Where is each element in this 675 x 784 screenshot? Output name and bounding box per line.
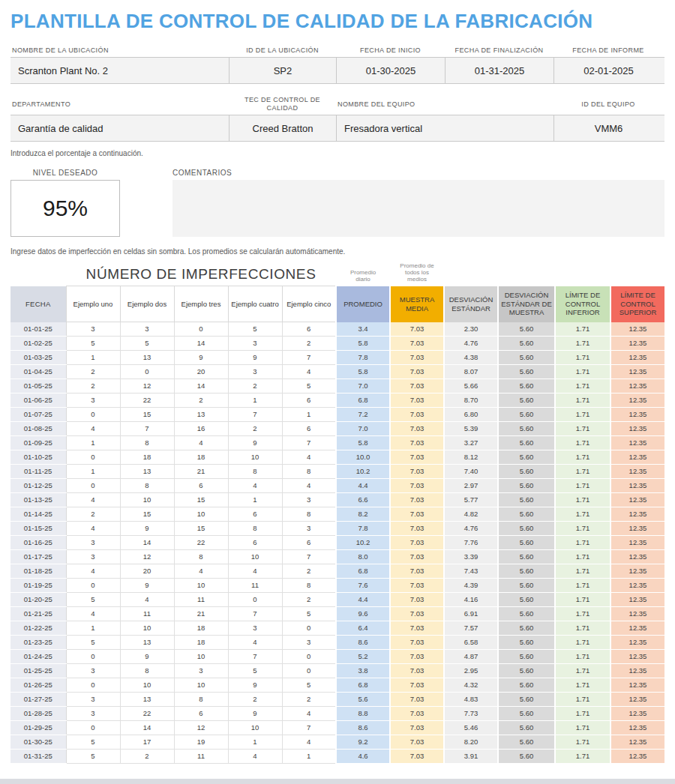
sample-one-cell[interactable]: 1 [66,351,120,365]
sample-three-cell[interactable]: 6 [174,707,228,721]
sample-four-cell[interactable]: 9 [228,707,282,721]
sample-two-cell[interactable]: 4 [120,593,174,607]
sample-one-cell[interactable]: 0 [66,650,120,664]
sample-five-cell[interactable]: 4 [282,479,336,493]
sample-four-cell[interactable]: 9 [228,678,282,693]
sample-three-cell[interactable]: 18 [174,450,228,465]
sample-two-cell[interactable]: 17 [120,735,174,750]
sample-four-cell[interactable]: 11 [228,579,282,593]
sample-three-cell[interactable]: 10 [174,650,228,664]
sample-two-cell[interactable]: 14 [120,721,174,735]
sample-three-cell[interactable]: 11 [174,593,228,607]
sample-three-cell[interactable]: 19 [174,735,228,750]
sample-one-cell[interactable]: 4 [66,564,120,579]
sample-three-cell[interactable]: 0 [174,322,228,337]
sample-five-cell[interactable]: 6 [282,322,336,337]
sample-five-cell[interactable]: 6 [282,422,336,436]
sample-four-cell[interactable]: 10 [228,550,282,564]
sample-four-cell[interactable]: 7 [228,650,282,664]
sample-four-cell[interactable]: 2 [228,422,282,436]
sample-two-cell[interactable]: 13 [120,636,174,650]
sample-five-cell[interactable]: 2 [282,337,336,351]
sample-one-cell[interactable]: 0 [66,721,120,735]
comments-field[interactable] [172,180,664,237]
sample-two-cell[interactable]: 22 [120,707,174,721]
sample-one-cell[interactable]: 0 [66,408,120,422]
sample-one-cell[interactable]: 3 [66,707,120,721]
sample-one-cell[interactable]: 2 [66,365,120,379]
sample-one-cell[interactable]: 2 [66,379,120,393]
sample-three-cell[interactable]: 20 [174,365,228,379]
sample-four-cell[interactable]: 4 [228,564,282,579]
sample-four-cell[interactable]: 6 [228,536,282,550]
sample-four-cell[interactable]: 7 [228,408,282,422]
equipment-name-field[interactable]: Fresadora vertical [336,115,554,141]
sample-five-cell[interactable]: 3 [282,522,336,536]
location-id-field[interactable]: SP2 [229,58,336,83]
sample-one-cell[interactable]: 1 [66,621,120,636]
sample-one-cell[interactable]: 3 [66,322,120,337]
sample-three-cell[interactable]: 13 [174,408,228,422]
sample-three-cell[interactable]: 14 [174,337,228,351]
sample-four-cell[interactable]: 4 [228,636,282,650]
sample-one-cell[interactable]: 2 [66,507,120,522]
sample-three-cell[interactable]: 8 [174,693,228,707]
sample-five-cell[interactable]: 6 [282,536,336,550]
sample-four-cell[interactable]: 1 [228,735,282,750]
sample-two-cell[interactable]: 10 [120,493,174,507]
sample-five-cell[interactable]: 2 [282,693,336,707]
sample-five-cell[interactable]: 4 [282,707,336,721]
sample-one-cell[interactable]: 3 [66,693,120,707]
sample-five-cell[interactable]: 8 [282,507,336,522]
sample-four-cell[interactable]: 10 [228,450,282,465]
report-date-field[interactable]: 02-01-2025 [554,58,663,83]
sample-two-cell[interactable]: 9 [120,650,174,664]
sample-five-cell[interactable]: 1 [282,750,336,764]
sample-two-cell[interactable]: 15 [120,408,174,422]
sample-one-cell[interactable]: 1 [66,465,120,479]
sample-five-cell[interactable]: 2 [282,593,336,607]
sample-three-cell[interactable]: 22 [174,536,228,550]
sample-three-cell[interactable]: 4 [174,436,228,450]
sample-five-cell[interactable]: 4 [282,450,336,465]
sample-one-cell[interactable]: 5 [66,636,120,650]
sample-four-cell[interactable]: 9 [228,351,282,365]
horizontal-scrollbar[interactable] [0,779,675,784]
sample-two-cell[interactable]: 15 [120,507,174,522]
sample-five-cell[interactable]: 2 [282,564,336,579]
sample-two-cell[interactable]: 8 [120,436,174,450]
sample-three-cell[interactable]: 18 [174,621,228,636]
sample-one-cell[interactable]: 3 [66,536,120,550]
sample-three-cell[interactable]: 8 [174,550,228,564]
sample-five-cell[interactable]: 5 [282,379,336,393]
end-date-field[interactable]: 01-31-2025 [445,58,554,83]
sample-one-cell[interactable]: 4 [66,522,120,536]
sample-two-cell[interactable]: 22 [120,393,174,408]
sample-four-cell[interactable]: 7 [228,607,282,621]
sample-four-cell[interactable]: 8 [228,522,282,536]
sample-two-cell[interactable]: 13 [120,693,174,707]
sample-one-cell[interactable]: 4 [66,422,120,436]
sample-three-cell[interactable]: 15 [174,522,228,536]
sample-three-cell[interactable]: 21 [174,465,228,479]
sample-four-cell[interactable]: 2 [228,693,282,707]
sample-four-cell[interactable]: 8 [228,465,282,479]
sample-two-cell[interactable]: 12 [120,550,174,564]
sample-five-cell[interactable]: 3 [282,636,336,650]
sample-two-cell[interactable]: 10 [120,678,174,693]
sample-four-cell[interactable]: 4 [228,479,282,493]
sample-five-cell[interactable]: 5 [282,678,336,693]
sample-three-cell[interactable]: 12 [174,721,228,735]
sample-two-cell[interactable]: 14 [120,536,174,550]
sample-five-cell[interactable]: 4 [282,365,336,379]
desired-level-field[interactable]: 95% [10,180,120,237]
sample-two-cell[interactable]: 0 [120,365,174,379]
sample-one-cell[interactable]: 0 [66,450,120,465]
department-field[interactable]: Garantía de calidad [10,115,229,141]
sample-four-cell[interactable]: 3 [228,337,282,351]
sample-one-cell[interactable]: 4 [66,607,120,621]
sample-one-cell[interactable]: 0 [66,479,120,493]
sample-two-cell[interactable]: 3 [120,322,174,337]
sample-five-cell[interactable]: 0 [282,650,336,664]
sample-three-cell[interactable]: 9 [174,351,228,365]
